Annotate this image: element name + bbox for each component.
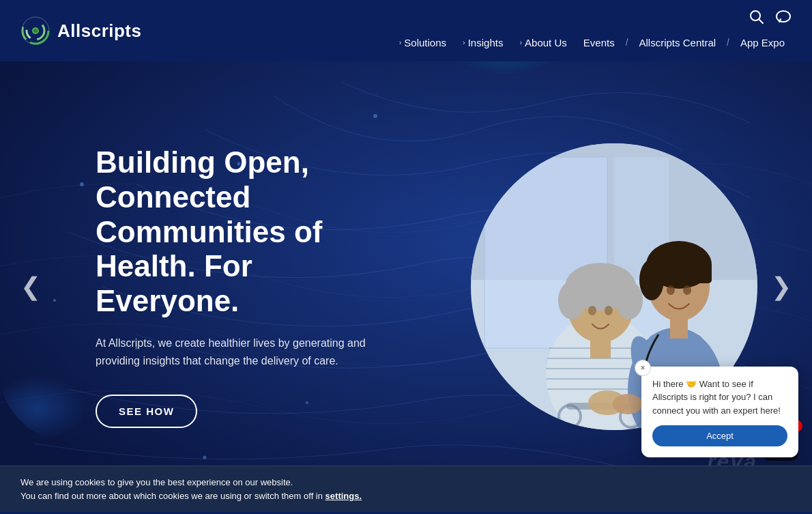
hero-subtitle: At Allscripts, we create healthier lives… — [96, 334, 368, 369]
hero-section: ❮ Building Open, Connected Communities o… — [0, 61, 812, 512]
allscripts-logo-icon — [20, 16, 50, 46]
svg-rect-44 — [647, 263, 712, 283]
svg-point-9 — [777, 11, 790, 22]
logo-text: Allscripts — [57, 20, 142, 42]
logo-link[interactable]: Allscripts — [20, 16, 142, 46]
hero-next-arrow[interactable]: ❯ — [764, 266, 798, 308]
svg-line-8 — [759, 19, 763, 23]
nav-links-group: › Solutions › Insights › About Us Events… — [392, 33, 792, 53]
svg-point-45 — [667, 285, 675, 295]
chevron-aboutus-icon: › — [519, 38, 522, 46]
cookie-text: We are using cookies to give you the bes… — [20, 476, 362, 502]
nav-app-expo[interactable]: App Expo — [734, 33, 792, 53]
svg-point-53 — [613, 394, 643, 414]
nav-about-us[interactable]: › About Us — [512, 33, 573, 53]
svg-point-6 — [33, 29, 38, 33]
hero-content: Building Open, Connected Communities of … — [0, 145, 375, 427]
chevron-insights-icon: › — [463, 38, 465, 46]
chat-widget: × Hi there 🤝 Want to see if Allscripts i… — [641, 367, 798, 458]
hero-title: Building Open, Connected Communities of … — [96, 145, 375, 318]
svg-point-34 — [615, 281, 643, 319]
chevron-solutions-icon: › — [399, 38, 402, 46]
svg-point-17 — [203, 456, 207, 459]
navbar-right-column: › Solutions › Insights › About Us Events… — [392, 10, 792, 53]
svg-point-46 — [683, 285, 691, 295]
nav-separator-2: / — [725, 37, 731, 48]
hero-prev-arrow[interactable]: ❮ — [14, 266, 48, 308]
hero-cta-button[interactable]: SEE HOW — [96, 395, 197, 428]
cookie-bar: We are using cookies to give you the bes… — [0, 466, 812, 512]
svg-rect-47 — [670, 319, 688, 339]
nav-separator-1: / — [624, 37, 630, 48]
chat-close-button[interactable]: × — [635, 360, 651, 376]
svg-rect-37 — [590, 338, 611, 358]
nav-insights[interactable]: › Insights — [456, 33, 510, 53]
svg-point-35 — [588, 306, 596, 315]
chat-message: Hi there 🤝 Want to see if Allscripts is … — [652, 377, 787, 418]
nav-events[interactable]: Events — [577, 33, 622, 53]
chat-button[interactable] — [775, 10, 792, 27]
nav-allscripts-central[interactable]: Allscripts Central — [633, 33, 723, 53]
svg-point-36 — [605, 306, 613, 315]
navbar-icon-group — [749, 10, 792, 27]
nav-solutions[interactable]: › Solutions — [392, 33, 453, 53]
chat-accept-button[interactable]: Accept — [652, 425, 787, 446]
cookie-settings-link[interactable]: settings. — [325, 491, 362, 501]
svg-point-33 — [558, 281, 585, 319]
search-button[interactable] — [749, 10, 764, 27]
navbar: Allscripts › Solutions › — [0, 0, 812, 61]
